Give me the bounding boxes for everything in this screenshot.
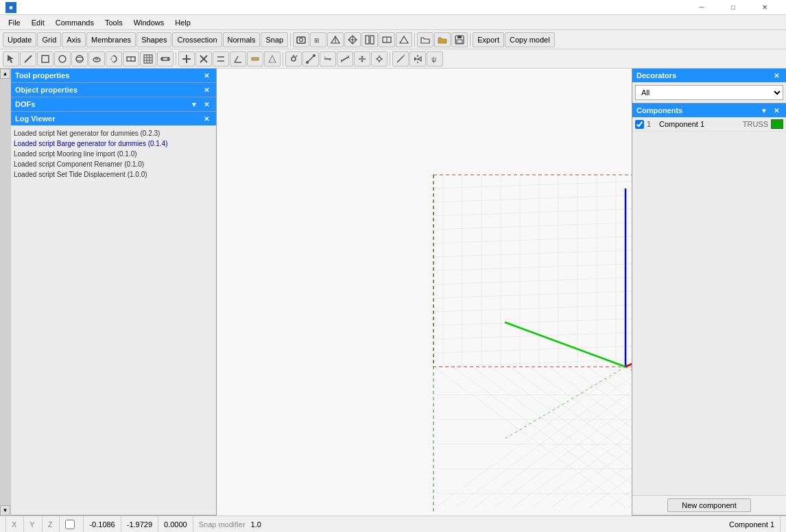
tool-select[interactable] — [3, 51, 19, 66]
close-button[interactable]: ✕ — [749, 0, 781, 15]
toolbar-shapes[interactable]: Shapes — [136, 32, 171, 47]
tool-measure[interactable] — [337, 51, 353, 66]
panel-dofs-title: DOFs — [15, 100, 189, 108]
menu-windows[interactable]: Windows — [128, 17, 170, 28]
new-component-button[interactable]: New component — [667, 498, 751, 512]
menu-edit[interactable]: Edit — [26, 17, 50, 28]
sep3 — [470, 33, 471, 47]
status-snap-section: Snap modifier 1.0 — [193, 520, 487, 529]
panel-dofs-dropdown[interactable]: ▼ — [189, 99, 200, 110]
toolbar-icon-view4[interactable] — [361, 32, 378, 47]
panel-object-properties-close[interactable]: ✕ — [201, 84, 212, 95]
toolbar-snap[interactable]: Snap — [261, 32, 288, 47]
toolbar-icon-camera[interactable] — [293, 32, 309, 47]
menu-tools[interactable]: Tools — [99, 17, 128, 28]
decorators-dropdown[interactable]: All — [635, 85, 783, 100]
toolbar-icon-view2[interactable] — [327, 32, 344, 47]
panel-decorators-buttons: ✕ — [771, 70, 782, 81]
minimize-button[interactable]: ─ — [686, 0, 717, 15]
tool-cross2[interactable] — [195, 51, 212, 66]
tool-node-add[interactable] — [285, 51, 302, 66]
panel-tool-properties-close[interactable]: ✕ — [201, 70, 212, 81]
panel-log-viewer-close[interactable]: ✕ — [201, 113, 212, 124]
toolbar-grid[interactable]: Grid — [37, 32, 61, 47]
toolbar-normals[interactable]: Normals — [223, 32, 261, 47]
toolbar-icon-folder-open[interactable] — [417, 32, 433, 47]
panel-dofs-close[interactable]: ✕ — [201, 99, 212, 110]
toolbar-copy-model[interactable]: Copy model — [505, 32, 555, 47]
tool-pipe[interactable] — [157, 51, 174, 66]
maximize-button[interactable]: □ — [717, 0, 749, 15]
tool-cut[interactable] — [320, 51, 336, 66]
right-panels: Decorators ✕ All Components ▼ ✕ — [632, 69, 786, 516]
svg-point-60 — [378, 57, 381, 60]
status-z-label: Z — [48, 520, 53, 529]
toolbar-icon-save[interactable] — [451, 32, 468, 47]
status-coord-x: -0.1086 — [89, 520, 115, 529]
menu-commands[interactable]: Commands — [50, 17, 99, 28]
tool-edge-add[interactable] — [302, 51, 319, 66]
toolbar-export[interactable]: Export — [473, 32, 504, 47]
tool-torus[interactable] — [88, 51, 105, 66]
menu-file[interactable]: File — [3, 17, 26, 28]
panel-components-dropdown[interactable]: ▼ — [759, 105, 770, 116]
svg-line-47 — [307, 56, 314, 62]
tool-rev[interactable] — [106, 51, 122, 66]
panel-components-buttons: ▼ ✕ — [759, 105, 782, 116]
svg-point-48 — [306, 61, 309, 64]
tool-extend[interactable] — [392, 51, 409, 66]
panel-components-close[interactable]: ✕ — [771, 105, 782, 116]
status-checkbox[interactable] — [65, 520, 75, 529]
toolbar-update[interactable]: Update — [3, 32, 36, 47]
svg-rect-42 — [252, 58, 259, 60]
tool-shape2[interactable] — [264, 51, 281, 66]
tool-parallel[interactable] — [213, 51, 229, 66]
tool-rect2[interactable] — [123, 51, 139, 66]
components-footer: New component — [632, 495, 786, 515]
svg-point-49 — [313, 54, 315, 57]
component-color — [771, 119, 783, 129]
panel-tool-properties-title: Tool properties — [15, 71, 201, 80]
menu-help[interactable]: Help — [169, 17, 196, 28]
toolbar-icon-view3[interactable] — [344, 32, 361, 47]
component-name: Component 1 — [659, 120, 743, 128]
toolbar-icon-view1[interactable]: ⊞ — [310, 32, 326, 47]
tool-special[interactable]: ψ — [427, 51, 443, 66]
svg-rect-9 — [370, 36, 374, 44]
tool-angle[interactable] — [230, 51, 246, 66]
tool-shape1[interactable] — [247, 51, 263, 66]
left-scrollbar[interactable]: ▲ ▼ — [0, 69, 11, 516]
tool-rect[interactable] — [37, 51, 53, 66]
toolbar-membranes[interactable]: Membranes — [86, 32, 136, 47]
toolbar-icon-folder[interactable] — [434, 32, 451, 47]
scroll-up-arrow[interactable]: ▲ — [0, 69, 10, 79]
toolbar-axis[interactable]: Axis — [62, 32, 86, 47]
tool-cross[interactable] — [178, 51, 195, 66]
tool-divide[interactable] — [354, 51, 370, 66]
tool-grid[interactable] — [140, 51, 156, 66]
component-row[interactable]: 1 Component 1 TRUSS — [632, 117, 786, 132]
panel-decorators-close[interactable]: ✕ — [771, 70, 782, 81]
panel-tool-properties: Tool properties ✕ — [11, 69, 216, 83]
tool-sphere[interactable] — [71, 51, 88, 66]
tool-line[interactable] — [20, 51, 36, 66]
toolbar2: ψ — [0, 49, 786, 69]
svg-rect-15 — [457, 40, 462, 43]
tool-trim[interactable] — [371, 51, 388, 66]
3d-viewport[interactable] — [217, 69, 632, 516]
scroll-down-arrow[interactable]: ▼ — [0, 505, 10, 516]
svg-rect-8 — [366, 36, 369, 44]
component-checkbox[interactable] — [635, 120, 644, 129]
svg-text:⊞: ⊞ — [314, 37, 320, 44]
panel-dofs-header: DOFs ▼ ✕ — [11, 97, 216, 111]
toolbar-icon-frame[interactable] — [379, 32, 395, 47]
log-line: Loaded script Barge generator for dummie… — [14, 138, 213, 149]
tool-circle[interactable] — [54, 51, 71, 66]
svg-line-52 — [342, 57, 348, 61]
toolbar-icon-tri[interactable] — [396, 32, 412, 47]
sep-t1 — [176, 52, 176, 66]
toolbar-crossection[interactable]: Crossection — [172, 32, 222, 47]
tool-mirror[interactable] — [409, 51, 426, 66]
panel-components-title: Components — [636, 106, 759, 114]
svg-line-41 — [235, 56, 238, 62]
